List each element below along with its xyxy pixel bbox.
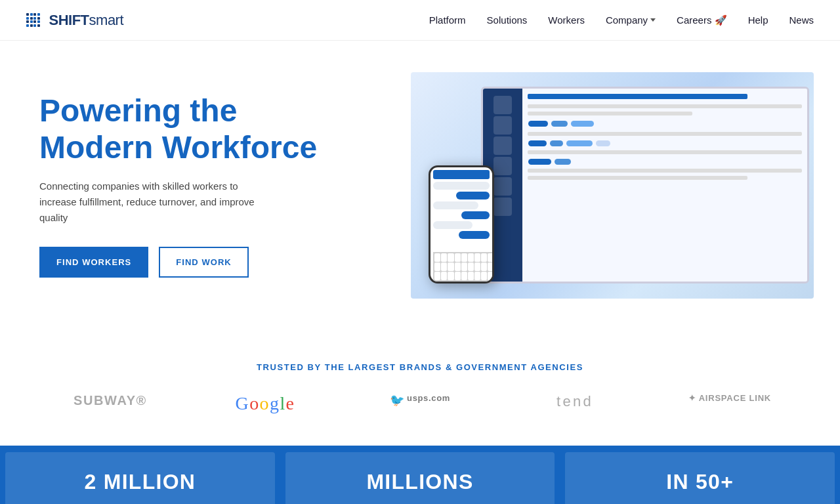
nav-item-workers[interactable]: Workers (548, 14, 585, 26)
chevron-down-icon (650, 18, 656, 22)
nav-link-news[interactable]: News (789, 14, 814, 26)
brand-tend: tend (504, 393, 646, 419)
phone-mockup (429, 165, 494, 284)
hero-headline: Powering the Modern Workforce (39, 93, 385, 165)
laptop-mockup (415, 80, 809, 290)
nav-item-platform[interactable]: Platform (429, 14, 466, 26)
stat-locations: IN 50+ (565, 452, 835, 504)
brand-usps: 🐦 usps.com (349, 393, 491, 419)
stat-locations-number: IN 50+ (666, 470, 734, 494)
usps-logo: 🐦 usps.com (390, 393, 450, 419)
stats-banner: 2 MILLION MILLIONS IN 50+ (0, 446, 840, 504)
logo[interactable]: SHIFTsmart (26, 12, 123, 29)
hero-section: Powering the Modern Workforce Connecting… (0, 41, 840, 329)
navbar: SHIFTsmart Platform Solutions Workers Co… (0, 0, 840, 41)
laptop-screen (481, 87, 809, 284)
subway-logo: SUBWAY® (74, 393, 147, 419)
brand-logos: SUBWAY® Google 🐦 usps.com tend ✦ AIRSPAC… (39, 393, 801, 419)
nav-link-platform[interactable]: Platform (429, 14, 466, 26)
tend-logo: tend (556, 393, 593, 419)
nav-item-careers[interactable]: Careers 🚀 (677, 14, 727, 26)
hero-text-block: Powering the Modern Workforce Connecting… (39, 93, 411, 277)
logo-text: SHIFTsmart (49, 12, 124, 29)
nav-item-solutions[interactable]: Solutions (487, 14, 528, 26)
find-workers-button[interactable]: FIND WORKERS (39, 247, 148, 278)
brand-subway: SUBWAY® (39, 393, 181, 419)
nav-item-news[interactable]: News (789, 14, 814, 26)
stat-shifts-number: MILLIONS (366, 470, 473, 494)
google-logo: Google (236, 393, 295, 419)
nav-links: Platform Solutions Workers Company Caree… (429, 14, 814, 26)
stat-workers: 2 MILLION (5, 452, 275, 504)
nav-link-help[interactable]: Help (748, 14, 768, 26)
logo-grid-icon (26, 13, 40, 27)
nav-link-company[interactable]: Company (606, 14, 656, 26)
brand-airspace: ✦ AIRSPACE LINK (659, 393, 801, 419)
nav-link-workers[interactable]: Workers (548, 14, 585, 26)
nav-item-help[interactable]: Help (748, 14, 768, 26)
hero-screenshot (411, 72, 814, 299)
hero-image (411, 72, 814, 299)
hero-subheadline: Connecting companies with skilled worker… (39, 178, 276, 226)
nav-link-solutions[interactable]: Solutions (487, 14, 528, 26)
trusted-section: TRUSTED BY THE LARGEST BRANDS & GOVERNME… (0, 329, 840, 446)
usps-text: usps.com (407, 393, 450, 419)
stats-inner: 2 MILLION MILLIONS IN 50+ (0, 446, 840, 504)
airspace-logo: ✦ AIRSPACE LINK (688, 393, 771, 419)
hero-buttons: FIND WORKERS FIND WORK (39, 247, 385, 278)
nav-link-careers[interactable]: Careers 🚀 (677, 14, 727, 26)
brand-google: Google (194, 393, 336, 419)
usps-eagle-icon: 🐦 (390, 393, 404, 419)
find-work-button[interactable]: FIND WORK (159, 247, 248, 278)
stat-workers-number: 2 MILLION (84, 470, 196, 494)
nav-item-company[interactable]: Company (606, 14, 656, 26)
stat-shifts: MILLIONS (285, 452, 555, 504)
trusted-title: TRUSTED BY THE LARGEST BRANDS & GOVERNME… (39, 362, 801, 372)
